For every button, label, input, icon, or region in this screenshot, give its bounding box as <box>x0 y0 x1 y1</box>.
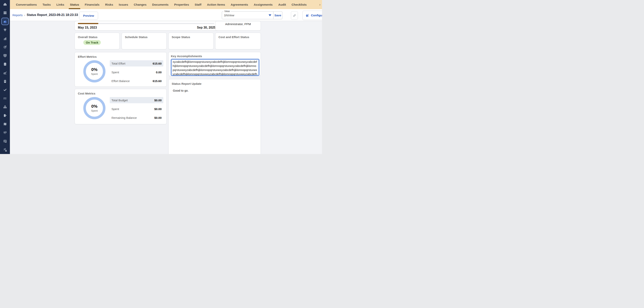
tab-links[interactable]: Links <box>56 0 64 9</box>
timeline-progress-track <box>78 23 214 24</box>
monitor-icon[interactable] <box>1 52 9 59</box>
target-icon[interactable] <box>1 43 9 51</box>
view-selector-group: View SNView Save <box>222 11 282 19</box>
timeline-end-date: Sep 30, 2025 <box>197 26 216 29</box>
lightbulb-icon[interactable] <box>1 26 9 34</box>
status-report-update-text: Good to go. <box>173 89 258 92</box>
scope-status-card: Scope Status <box>168 33 214 49</box>
database-icon[interactable] <box>1 61 9 68</box>
trend-line-icon[interactable] <box>1 69 9 76</box>
map-icon[interactable] <box>1 120 9 128</box>
effort-metrics-card: Effort Metrics 0% Spent Total Effort 615… <box>74 52 167 87</box>
cost-remaining-value: $0.00 <box>154 116 162 119</box>
effort-spent-label: Spent <box>112 71 119 74</box>
tab-status[interactable]: Status <box>70 0 79 9</box>
effort-total-value: 615.60 <box>153 62 162 65</box>
tab-changes[interactable]: Changes <box>134 0 146 9</box>
home-icon[interactable] <box>1 1 9 8</box>
effort-donut-chart: 0% Spent <box>83 60 106 83</box>
project-manager-name: Administrator, PPM <box>225 22 251 30</box>
checklist-icon[interactable] <box>1 95 9 102</box>
configure-button[interactable]: Configure <box>302 11 322 20</box>
tab-risks[interactable]: Risks <box>105 0 113 9</box>
page-title: Status Report_2023-09-21 18:23:33 <box>27 13 78 17</box>
effort-total-label: Total Effort <box>112 62 125 65</box>
effort-row-spent: Spent 0.00 <box>110 69 163 75</box>
preview-button[interactable]: Preview <box>79 12 98 20</box>
timeline-card: May 15, 2023 Sep 30, 2025 <box>74 21 219 31</box>
cost-spent-label: Spent <box>112 107 119 111</box>
cost-spent-value: $0.00 <box>154 107 162 111</box>
check-icon[interactable] <box>1 86 9 94</box>
status-report-update-title: Status Report Update <box>172 82 258 85</box>
cost-remaining-label: Remaining Balance <box>112 116 137 119</box>
report-toolbar: Reports › Status Report_2023-09-21 18:23… <box>10 9 322 21</box>
timeline-progress-fill <box>78 23 98 24</box>
tab-staff[interactable]: Staff <box>194 0 201 9</box>
breadcrumb-separator: › <box>24 14 25 17</box>
cost-effort-status-title: Cost and Effort Status <box>218 35 258 39</box>
effort-row-total: Total Effort 615.60 <box>110 60 163 67</box>
cost-donut-percent: 0% <box>91 104 98 109</box>
cost-effort-status-card: Cost and Effort Status <box>215 33 261 49</box>
cost-row-budget: Total Budget $0.00 <box>110 97 163 103</box>
configure-button-label: Configure <box>311 14 322 17</box>
tab-properties[interactable]: Properties <box>174 0 189 9</box>
tab-tasks[interactable]: Tasks <box>42 0 51 9</box>
cost-metrics-card: Cost Metrics 0% Spent Total Budget $0.00… <box>74 89 167 124</box>
tab-agreements[interactable]: Agreements <box>231 0 248 9</box>
effort-row-balance: Effort Balance 615.60 <box>110 78 163 84</box>
bar-chart-icon[interactable] <box>1 35 9 42</box>
chevron-down-icon <box>268 15 271 16</box>
cost-donut-label: Spent <box>91 109 98 112</box>
view-select-value: SNView <box>224 14 268 17</box>
document-person-icon[interactable] <box>1 137 9 145</box>
mountain-chart-icon[interactable] <box>1 18 9 25</box>
tab-documents[interactable]: Documents <box>152 0 168 9</box>
tab-conversations[interactable]: Conversations <box>16 0 37 9</box>
status-report-page: Conversations Tasks Links Status Financi… <box>0 0 322 154</box>
save-button[interactable]: Save <box>274 11 282 19</box>
cost-row-spent: Spent $0.00 <box>110 106 163 112</box>
effort-balance-label: Effort Balance <box>112 79 130 83</box>
tab-audit[interactable]: Audit <box>278 0 286 9</box>
view-select[interactable]: View SNView <box>222 11 274 19</box>
people-group-icon[interactable] <box>1 146 9 153</box>
overall-status-title: Overall Status <box>78 35 116 39</box>
tab-action-items[interactable]: Action Items <box>207 0 225 9</box>
record-tabs: Conversations Tasks Links Status Financi… <box>10 0 322 9</box>
effort-donut-percent: 0% <box>91 68 98 72</box>
schedule-status-card: Schedule Status <box>122 33 167 49</box>
tabs-overflow-chevron-icon[interactable]: › <box>319 0 321 9</box>
effort-spent-value: 0.00 <box>156 71 162 74</box>
clipboard-flow-icon[interactable] <box>1 112 9 119</box>
overall-status-card: Overall Status On Track <box>74 33 120 49</box>
cost-row-remaining: Remaining Balance $0.00 <box>110 115 163 121</box>
tab-checklists[interactable]: Checklists <box>292 0 307 9</box>
cost-donut-chart: 0% Spent <box>83 97 106 119</box>
app-sidebar <box>0 0 10 154</box>
key-accomplishments-card: Key Accomplishments xyzabcdefhijklomnopq… <box>168 52 261 76</box>
link-icon <box>293 14 296 17</box>
key-accomplishments-textarea[interactable]: xyzabcdefhijklomnopqrstuvwxyzabcdefhijkl… <box>171 59 259 76</box>
effort-metrics-title: Effort Metrics <box>78 55 163 58</box>
tab-assignments[interactable]: Assignments <box>254 0 272 9</box>
breadcrumb-reports-link[interactable]: Reports <box>12 14 23 17</box>
org-chart-icon[interactable] <box>1 103 9 111</box>
clipboard-icon[interactable] <box>1 78 9 85</box>
key-accomplishments-title: Key Accomplishments <box>171 55 258 58</box>
schedule-status-title: Schedule Status <box>125 35 163 39</box>
tab-financials[interactable]: Financials <box>85 0 100 9</box>
overall-status-badge: On Track <box>83 40 101 45</box>
effort-balance-value: 615.60 <box>153 79 162 83</box>
project-manager-card: Administrator, PPM <box>215 21 261 31</box>
cost-budget-label: Total Budget <box>112 99 128 102</box>
tab-issues[interactable]: Issues <box>119 0 128 9</box>
breadcrumb: Reports › Status Report_2023-09-21 18:23… <box>12 9 78 21</box>
people-balance-icon[interactable] <box>1 129 9 136</box>
timeline-start-date: May 15, 2023 <box>78 26 97 29</box>
effort-donut-label: Spent <box>91 73 98 76</box>
copy-link-button[interactable] <box>291 11 298 20</box>
grid-icon[interactable] <box>1 9 9 17</box>
status-report-update-card: Status Report Update Good to go. <box>168 79 261 154</box>
